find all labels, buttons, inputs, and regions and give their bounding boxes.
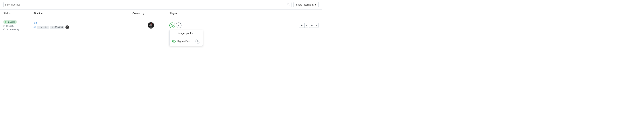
col-header-actions <box>220 12 319 15</box>
stage-more-button[interactable]: » <box>176 23 182 28</box>
col-header-stages: Stages <box>170 12 220 15</box>
search-wrapper <box>3 2 292 7</box>
svg-point-22 <box>151 23 152 25</box>
branch-badge: master <box>37 26 49 29</box>
calendar-icon <box>3 28 5 30</box>
search-icon <box>287 3 290 6</box>
run-chevron-icon: ▾ <box>306 24 307 26</box>
svg-text:IS THE: IS THE <box>149 25 152 26</box>
table-header: Status Pipeline Created by Stages <box>0 10 322 17</box>
time-ago-meta: 10 minutes ago <box>3 28 34 31</box>
stage-passed-indicator[interactable] <box>170 23 175 28</box>
status-col: passed 00:00:43 10 minutes ago <box>3 20 34 31</box>
commit-icon <box>52 26 53 28</box>
pipeline-name-link[interactable]: init <box>34 22 132 24</box>
stage-item-label: Migrate Dev <box>177 40 190 43</box>
clock-icon <box>3 25 5 27</box>
run-pipeline-button[interactable] <box>299 23 304 28</box>
col-header-created-by: Created by <box>132 12 170 15</box>
search-button[interactable] <box>287 3 290 6</box>
svg-rect-4 <box>4 29 5 30</box>
refresh-icon: ↻ <box>197 40 199 43</box>
stage-dropdown-item: Migrate Dev ↻ <box>170 37 203 46</box>
download-artifacts-button[interactable] <box>309 23 315 28</box>
branch-icon <box>38 26 40 28</box>
avatar: IS THE <box>66 25 69 29</box>
more-stages-icon: » <box>178 24 179 27</box>
duration-meta: 00:00:43 <box>3 25 34 27</box>
user-avatar-icon: IS THE <box>66 25 69 29</box>
search-input[interactable] <box>5 3 287 6</box>
svg-text:IS THE: IS THE <box>66 27 69 28</box>
run-pipeline-dropdown-button[interactable]: ▾ <box>304 23 308 28</box>
commit-badge: c70e4850 <box>50 26 64 29</box>
stage-dropdown-header: Stage: publish <box>170 30 203 37</box>
stage-refresh-button[interactable]: ↻ <box>196 39 200 44</box>
actions-col: ▾ ▾ <box>220 23 319 28</box>
migrate-check-icon <box>173 40 175 42</box>
col-header-pipeline: Pipeline <box>34 12 132 15</box>
show-pipeline-label: Show Pipeline ID <box>296 3 314 6</box>
pipeline-meta: #3 master c70e4850 <box>34 25 132 29</box>
stage-dropdown: Stage: publish Migrate Dev ↻ <box>170 30 203 46</box>
show-pipeline-id-button[interactable]: Show Pipeline ID ▾ <box>294 2 319 8</box>
svg-line-1 <box>289 5 290 6</box>
top-bar: Show Pipeline ID ▾ <box>0 0 322 10</box>
chevron-down-icon: ▾ <box>315 3 316 6</box>
table-row: passed 00:00:43 10 minutes ago init #3 <box>0 17 322 33</box>
stage-item-left: Migrate Dev <box>172 40 190 43</box>
stages-col: » Stage: publish Migrate Dev ↻ <box>170 23 220 28</box>
created-by-col: IS THE <box>132 22 170 29</box>
download-chevron-icon: ▾ <box>316 24 317 26</box>
download-button-group: ▾ <box>309 23 319 28</box>
svg-point-11 <box>52 27 53 28</box>
pipeline-id[interactable]: #3 <box>34 26 36 29</box>
col-header-status: Status <box>3 12 34 15</box>
run-pipeline-button-group: ▾ <box>299 23 308 28</box>
pipeline-col: init #3 master c70e4850 <box>34 22 132 29</box>
stage-check-icon <box>171 24 174 27</box>
status-badge: passed <box>3 20 17 24</box>
creator-avatar: IS THE <box>148 22 154 29</box>
download-dropdown-button[interactable]: ▾ <box>315 23 318 28</box>
check-circle-icon <box>5 21 8 23</box>
svg-marker-25 <box>301 25 302 26</box>
stage-item-check-icon <box>172 40 176 43</box>
download-icon <box>311 24 313 26</box>
creator-avatar-icon: IS THE <box>148 22 154 29</box>
play-icon <box>301 24 303 26</box>
